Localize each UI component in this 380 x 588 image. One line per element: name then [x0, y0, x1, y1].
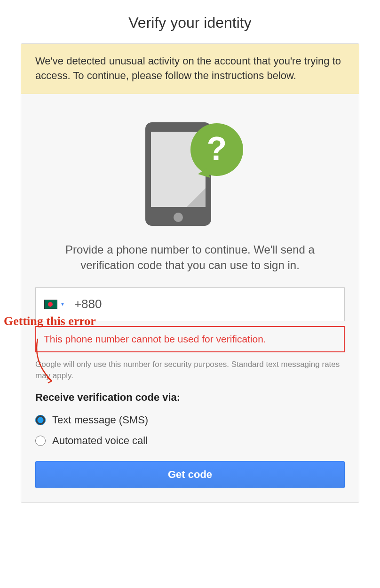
receive-code-label: Receive verification code via:: [35, 391, 345, 404]
annotation-arrow-icon: [28, 334, 66, 392]
svg-point-2: [174, 213, 183, 222]
voice-label: Automated voice call: [52, 435, 148, 447]
card-body: ? Provide a phone number to continue. We…: [21, 94, 359, 503]
phone-number-input[interactable]: [74, 297, 336, 311]
verification-card: We've detected unusual activity on the a…: [21, 43, 359, 503]
country-flag-icon[interactable]: [44, 300, 57, 309]
chevron-down-icon[interactable]: ▼: [60, 302, 65, 307]
error-text: This phone number cannot be used for ver…: [44, 334, 336, 345]
page-title: Verify your identity: [0, 0, 380, 43]
sms-radio[interactable]: [35, 415, 46, 425]
alert-banner: We've detected unusual activity on the a…: [21, 44, 359, 94]
svg-text:?: ?: [207, 130, 227, 167]
voice-radio[interactable]: [35, 436, 46, 446]
phone-question-icon: ?: [136, 113, 244, 228]
instructions-text: Provide a phone number to continue. We'l…: [35, 242, 345, 287]
radio-option-sms[interactable]: Text message (SMS): [35, 414, 345, 426]
annotation-label: Getting this error: [4, 314, 96, 328]
illustration-container: ?: [35, 94, 345, 242]
radio-option-voice[interactable]: Automated voice call: [35, 435, 345, 447]
sms-label: Text message (SMS): [52, 414, 148, 426]
disclaimer-text: Google will only use this number for sec…: [35, 359, 345, 381]
error-message-box: This phone number cannot be used for ver…: [35, 326, 345, 352]
get-code-button[interactable]: Get code: [35, 461, 345, 488]
